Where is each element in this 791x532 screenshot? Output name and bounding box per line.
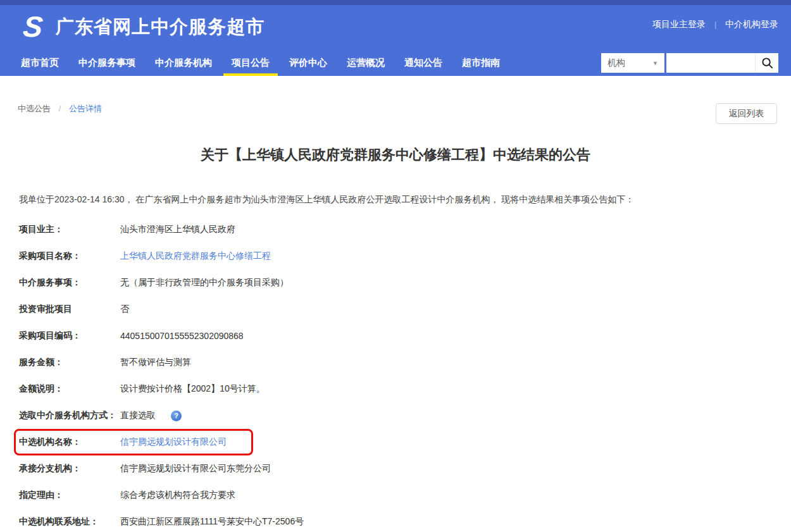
field-label: 金额说明： <box>19 383 120 395</box>
field-row-selection-method: 选取中介服务机构方式： 直接选取 ? <box>0 402 791 429</box>
field-row-service-item: 中介服务事项： 无（属于非行政管理的中介服务项目采购） <box>0 269 791 296</box>
search-category-value: 机构 <box>607 58 625 69</box>
field-row-project-owner: 项目业主： 汕头市澄海区上华镇人民政府 <box>0 216 791 243</box>
nav-item-home[interactable]: 超市首页 <box>21 49 59 76</box>
nav-item-notices[interactable]: 通知公告 <box>404 49 442 76</box>
field-label: 中介服务事项： <box>19 277 120 288</box>
search-bar: 机构 ▼ <box>601 53 778 73</box>
nav-item-agencies[interactable]: 中介服务机构 <box>155 49 212 76</box>
field-label: 选取中介服务机构方式： <box>19 410 120 421</box>
field-row-selected-agency: 中选机构名称： 信宇腾远规划设计有限公司 <box>14 429 253 455</box>
field-row-service-amount: 服务金额： 暂不做评估与测算 <box>0 349 791 376</box>
field-value: 西安曲江新区雁展路1111号莱安中心T7-2506号 <box>120 516 304 528</box>
search-category-select[interactable]: 机构 ▼ <box>601 53 664 73</box>
field-value: 否 <box>120 304 129 315</box>
field-value: 无（属于非行政管理的中介服务项目采购） <box>120 277 289 288</box>
field-row-project-code: 采购项目编码： 4405150070155552302090868 <box>0 323 791 349</box>
login-links: 项目业主登录 | 中介机构登录 <box>652 19 778 30</box>
agency-login-link[interactable]: 中介机构登录 <box>725 19 778 30</box>
owner-login-link[interactable]: 项目业主登录 <box>652 19 706 30</box>
site-logo-icon: S <box>16 12 49 42</box>
site-header: S 广东省网上中介服务超市 项目业主登录 | 中介机构登录 <box>0 5 791 49</box>
field-label: 项目业主： <box>19 224 120 235</box>
breadcrumb-parent-link[interactable]: 中选公告 <box>18 104 51 113</box>
breadcrumb: 中选公告 / 公告详情 <box>18 103 791 114</box>
login-separator: | <box>714 20 716 29</box>
nav-item-evaluation-center[interactable]: 评价中心 <box>289 49 327 76</box>
chevron-down-icon: ▼ <box>652 60 658 66</box>
field-value: 4405150070155552302090868 <box>120 331 244 341</box>
field-label: 采购项目名称： <box>19 251 120 262</box>
field-value: 综合考虑该机构符合我方要求 <box>120 490 235 501</box>
field-label: 中选机构名称： <box>19 436 120 448</box>
page-content: 中选公告 / 公告详情 返回列表 关于【上华镇人民政府党群服务中心修缮工程】中选… <box>0 76 791 532</box>
search-box <box>666 53 778 73</box>
field-label: 投资审批项目 <box>19 304 120 315</box>
field-value: 汕头市澄海区上华镇人民政府 <box>120 224 235 235</box>
field-row-branch-agency: 承接分支机构： 信宇腾远规划设计有限公司东莞分公司 <box>0 455 791 482</box>
announcement-intro: 我单位于2023-02-14 16:30， 在广东省网上中介服务超市为汕头市澄海… <box>19 193 772 206</box>
nav-item-operation-overview[interactable]: 运营概况 <box>347 49 385 76</box>
field-label: 采购项目编码： <box>19 330 120 342</box>
brand: S 广东省网上中介服务超市 <box>18 12 265 42</box>
field-value: 暂不做评估与测算 <box>120 357 191 368</box>
field-label: 服务金额： <box>19 357 120 368</box>
search-icon <box>761 57 773 69</box>
field-row-investment-approval: 投资审批项目 否 <box>0 296 791 323</box>
field-label: 指定理由： <box>19 490 120 501</box>
field-row-agency-address: 中选机构联系地址： 西安曲江新区雁展路1111号莱安中心T7-2506号 <box>0 509 791 532</box>
announcement-fields: 项目业主： 汕头市澄海区上华镇人民政府 采购项目名称： 上华镇人民政府党群服务中… <box>0 216 791 532</box>
breadcrumb-current[interactable]: 公告详情 <box>69 104 102 113</box>
field-row-amount-note: 金额说明： 设计费按计价格【2002】10号计算。 <box>0 376 791 402</box>
field-value: 设计费按计价格【2002】10号计算。 <box>120 383 265 395</box>
field-row-designation-reason: 指定理由： 综合考虑该机构符合我方要求 <box>0 482 791 509</box>
field-value: 信宇腾远规划设计有限公司东莞分公司 <box>120 463 271 474</box>
field-row-project-name: 采购项目名称： 上华镇人民政府党群服务中心修缮工程 <box>0 243 791 269</box>
selected-agency-link[interactable]: 信宇腾远规划设计有限公司 <box>120 436 227 448</box>
help-icon[interactable]: ? <box>171 411 182 421</box>
field-label: 中选机构联系地址： <box>19 516 120 528</box>
project-name-link[interactable]: 上华镇人民政府党群服务中心修缮工程 <box>120 251 271 262</box>
announcement-title: 关于【上华镇人民政府党群服务中心修缮工程】中选结果的公告 <box>0 145 791 164</box>
nav-item-service-items[interactable]: 中介服务事项 <box>78 49 135 76</box>
breadcrumb-separator: / <box>59 104 61 113</box>
field-value: 直接选取 <box>120 410 156 421</box>
search-input[interactable] <box>666 53 755 73</box>
field-label: 承接分支机构： <box>19 463 120 474</box>
nav-item-guide[interactable]: 超市指南 <box>462 49 500 76</box>
back-to-list-button[interactable]: 返回列表 <box>716 103 777 124</box>
main-nav: 超市首页 中介服务事项 中介服务机构 项目公告 评价中心 运营概况 通知公告 超… <box>0 49 791 76</box>
nav-item-project-announcements[interactable]: 项目公告 <box>232 49 270 76</box>
site-title: 广东省网上中介服务超市 <box>56 15 265 40</box>
header-top-strip <box>0 0 791 5</box>
search-button[interactable] <box>755 53 778 73</box>
